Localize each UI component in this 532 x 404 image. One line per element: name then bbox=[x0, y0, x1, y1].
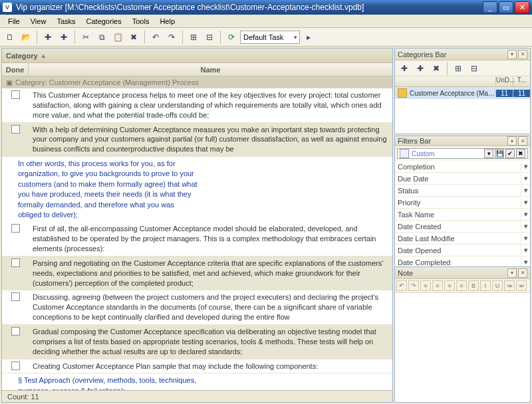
panel-close-icon[interactable]: ✕ bbox=[518, 50, 527, 59]
cat-collapse-icon[interactable]: ⊟ bbox=[467, 61, 481, 76]
filter-field[interactable]: Date Last Modifie▾ bbox=[395, 233, 530, 245]
done-checkbox[interactable] bbox=[11, 292, 20, 301]
collapse-icon[interactable]: ⊟ bbox=[202, 30, 217, 45]
chevron-down-icon[interactable]: ▾ bbox=[521, 198, 530, 207]
folder-icon bbox=[398, 88, 407, 98]
note-redo-icon[interactable]: ↷ bbox=[408, 280, 419, 291]
refresh-icon[interactable]: ⟳ bbox=[224, 30, 239, 45]
window-title: Vip organizer [M:\Checklists\Customer Ac… bbox=[16, 3, 483, 12]
note-editor[interactable] bbox=[395, 293, 530, 402]
task-note: In other words, this process works for y… bbox=[2, 157, 392, 222]
align-right-icon[interactable]: ≡ bbox=[444, 280, 455, 291]
new-file-icon[interactable]: 🗋 bbox=[3, 30, 17, 45]
panel-close-icon[interactable]: ✕ bbox=[518, 268, 527, 278]
open-file-icon[interactable]: 📂 bbox=[19, 30, 33, 45]
menu-tasks[interactable]: Tasks bbox=[51, 16, 80, 27]
task-row[interactable]: Discussing, agreeing (between the projec… bbox=[2, 290, 392, 325]
filter-icon bbox=[400, 149, 409, 158]
chevron-down-icon[interactable]: ▾ bbox=[521, 174, 530, 183]
apply-icon[interactable]: ▸ bbox=[301, 30, 316, 45]
align-justify-icon[interactable]: ≡ bbox=[456, 280, 467, 291]
filter-field[interactable]: Date Created▾ bbox=[395, 221, 530, 233]
align-center-icon[interactable]: ≡ bbox=[432, 280, 443, 291]
panel-close-icon[interactable]: ✕ bbox=[518, 136, 527, 146]
chevron-down-icon[interactable]: ▾ bbox=[521, 186, 530, 195]
chevron-down-icon[interactable]: ▾ bbox=[521, 222, 530, 231]
minimize-button[interactable]: _ bbox=[483, 1, 497, 13]
column-name[interactable]: Name bbox=[29, 63, 392, 76]
sort-asc-icon: ▲ bbox=[41, 52, 47, 59]
filter-field[interactable]: Priority▾ bbox=[395, 197, 530, 209]
task-row[interactable]: First of all, the all-encompassing Custo… bbox=[2, 222, 392, 256]
panel-menu-icon[interactable]: ▾ bbox=[507, 136, 517, 146]
new-subtask-icon[interactable]: ✚ bbox=[57, 30, 71, 45]
panel-menu-icon[interactable]: ▾ bbox=[507, 50, 517, 59]
task-row[interactable]: With a help of determining Customer Acce… bbox=[2, 123, 392, 157]
filter-field[interactable]: Date Opened▾ bbox=[395, 245, 530, 256]
app-icon: V bbox=[3, 3, 12, 12]
grid-body[interactable]: ▣Category: Customer Acceptance (Manageme… bbox=[2, 76, 392, 390]
underline-icon[interactable]: U bbox=[492, 280, 503, 291]
filter-clear-icon[interactable]: ✖ bbox=[516, 149, 525, 158]
filter-field[interactable]: Due Date▾ bbox=[395, 173, 530, 185]
close-button[interactable]: ✕ bbox=[515, 1, 529, 13]
chevron-down-icon[interactable]: ▾ bbox=[521, 210, 530, 219]
filter-field[interactable]: Status▾ bbox=[395, 185, 530, 197]
delete-category-icon[interactable]: ✖ bbox=[429, 61, 444, 76]
menu-tools[interactable]: Tools bbox=[127, 16, 155, 27]
task-text: With a help of determining Customer Acce… bbox=[29, 123, 392, 157]
expand-icon[interactable]: ⊞ bbox=[186, 30, 201, 45]
numbering-icon[interactable]: ≕ bbox=[516, 280, 527, 291]
chevron-down-icon[interactable]: ▾ bbox=[521, 246, 530, 254]
done-checkbox[interactable] bbox=[11, 258, 20, 267]
cat-expand-icon[interactable]: ⊞ bbox=[451, 61, 466, 76]
done-checkbox[interactable] bbox=[11, 361, 20, 370]
done-checkbox[interactable] bbox=[11, 90, 20, 99]
dropdown-icon[interactable]: ▾ bbox=[484, 149, 493, 158]
window-titlebar: V Vip organizer [M:\Checklists\Customer … bbox=[0, 0, 532, 15]
panel-menu-icon[interactable]: ▾ bbox=[507, 268, 517, 278]
menu-view[interactable]: View bbox=[25, 16, 52, 27]
task-row[interactable]: Gradual composing the Customer Acceptanc… bbox=[2, 325, 392, 359]
done-checkbox[interactable] bbox=[11, 327, 20, 336]
undo-icon[interactable]: ↶ bbox=[148, 30, 163, 45]
done-checkbox[interactable] bbox=[11, 125, 20, 134]
chevron-down-icon[interactable]: ▾ bbox=[521, 162, 530, 171]
chevron-down-icon[interactable]: ▾ bbox=[521, 258, 530, 266]
col-total[interactable]: T... bbox=[513, 76, 530, 86]
task-template-dropdown[interactable]: Default Task bbox=[240, 31, 300, 44]
column-done[interactable]: Done bbox=[2, 63, 29, 76]
paste-icon[interactable]: 📋 bbox=[110, 30, 125, 45]
category-tree-item[interactable]: Customer Acceptance (Management) Process… bbox=[395, 87, 530, 99]
copy-icon[interactable]: ⧉ bbox=[94, 30, 109, 45]
new-category-icon[interactable]: ✚ bbox=[397, 61, 412, 76]
group-by-header[interactable]: Category▲ bbox=[2, 49, 392, 63]
task-text: Gradual composing the Customer Acceptanc… bbox=[29, 325, 392, 359]
done-checkbox[interactable] bbox=[11, 224, 20, 233]
maximize-button[interactable]: ▭ bbox=[499, 1, 513, 13]
bullets-icon[interactable]: ≔ bbox=[504, 280, 515, 291]
task-row[interactable]: Parsing and negotiating on the Customer … bbox=[2, 256, 392, 291]
category-group-row[interactable]: ▣Category: Customer Acceptance (Manageme… bbox=[2, 76, 392, 88]
delete-icon[interactable]: ✖ bbox=[126, 30, 141, 45]
new-subcategory-icon[interactable]: ✚ bbox=[413, 61, 428, 76]
chevron-down-icon[interactable]: ▾ bbox=[521, 234, 530, 243]
italic-icon[interactable]: I bbox=[480, 280, 491, 291]
menu-file[interactable]: File bbox=[3, 16, 25, 27]
new-task-icon[interactable]: ✚ bbox=[41, 30, 55, 45]
task-row[interactable]: Creating Customer Acceptance Plan sample… bbox=[2, 359, 392, 374]
menu-help[interactable]: Help bbox=[154, 16, 180, 27]
redo-icon[interactable]: ↷ bbox=[164, 30, 179, 45]
filter-apply-icon[interactable]: ✔ bbox=[505, 149, 515, 158]
note-undo-icon[interactable]: ↶ bbox=[396, 280, 407, 291]
cut-icon[interactable]: ✂ bbox=[78, 30, 93, 45]
filter-field[interactable]: Completion▾ bbox=[395, 161, 530, 173]
task-row[interactable]: This Customer Acceptance process helps t… bbox=[2, 88, 392, 123]
filter-field[interactable]: Task Name▾ bbox=[395, 209, 530, 221]
align-left-icon[interactable]: ≡ bbox=[420, 280, 431, 291]
menu-categories[interactable]: Categories bbox=[81, 16, 127, 27]
filter-save-icon[interactable]: 💾 bbox=[495, 149, 504, 158]
col-undone[interactable]: UnD... bbox=[495, 76, 513, 86]
bold-icon[interactable]: B bbox=[468, 280, 479, 291]
filter-preset-dropdown[interactable]: Custom ▾ 💾 ✔ ✖ bbox=[397, 148, 528, 159]
